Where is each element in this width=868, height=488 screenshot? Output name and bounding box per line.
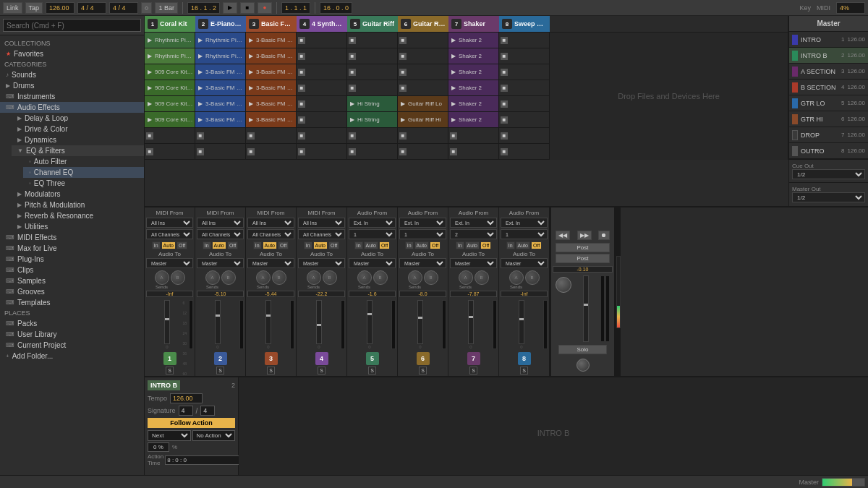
ch8-s-btn[interactable]: S bbox=[520, 367, 528, 374]
ch6-send-a[interactable]: A bbox=[408, 270, 422, 285]
ch2-send-a[interactable]: A bbox=[205, 270, 220, 285]
sidebar-item-channel-eq[interactable]: ◦ Channel EQ bbox=[23, 167, 144, 178]
clip-6-2[interactable]: ■ bbox=[398, 48, 448, 64]
clip-6-1[interactable]: ■ bbox=[398, 33, 448, 48]
stop-btn-2-8[interactable]: ■ bbox=[197, 148, 204, 155]
stop-btn-4-7[interactable]: ■ bbox=[298, 132, 305, 140]
clip-8-8[interactable]: ■ bbox=[499, 144, 549, 160]
ch4-monitor-auto[interactable]: Auto bbox=[313, 241, 328, 249]
tempo-input[interactable] bbox=[170, 393, 203, 403]
sidebar-item-auto-filter[interactable]: ◦ Auto Filter bbox=[23, 156, 144, 167]
ch2-audio-to[interactable]: Master bbox=[197, 258, 244, 268]
ch4-send-b[interactable]: B bbox=[323, 270, 337, 285]
clip-2-6[interactable]: ▶3-Basic FM Hou bbox=[195, 112, 245, 128]
sidebar-item-max[interactable]: ⌨ Max for Live bbox=[0, 243, 144, 254]
master-solo-btn[interactable]: Solo bbox=[558, 345, 606, 354]
clip-3-2[interactable]: ▶3-Basic FM Hou bbox=[246, 48, 296, 64]
stop-btn-8-4[interactable]: ■ bbox=[501, 85, 508, 92]
clip-1-1[interactable]: ▶Rhythmic Piano bbox=[145, 33, 195, 48]
track-header-7[interactable]: 7 Shaker bbox=[448, 16, 499, 32]
track-header-5[interactable]: 5 Guitar Riff bbox=[347, 16, 398, 32]
clip-5-7[interactable]: ■ bbox=[347, 128, 397, 144]
stop-btn-5-4[interactable]: ■ bbox=[349, 85, 356, 92]
clip-6-8[interactable]: ■ bbox=[398, 144, 448, 160]
stop-btn-4-1[interactable]: ■ bbox=[298, 37, 305, 44]
ch6-monitor-in[interactable]: In bbox=[405, 241, 414, 249]
clip-5-8[interactable]: ■ bbox=[347, 144, 397, 160]
ch7-monitor-auto[interactable]: Auto bbox=[465, 241, 480, 249]
ch4-audio-to[interactable]: Master bbox=[298, 258, 345, 268]
clip-2-7[interactable]: ■ bbox=[195, 128, 245, 144]
bpm-display[interactable]: 126.00 bbox=[46, 2, 75, 14]
clip-3-5[interactable]: ▶3-Basic FM Hou bbox=[246, 96, 296, 112]
clip-3-1[interactable]: ▶3-Basic FM Hou bbox=[246, 33, 296, 48]
clip-4-1[interactable]: ■ bbox=[297, 33, 346, 48]
stop-btn-4-4[interactable]: ■ bbox=[298, 85, 305, 92]
track-header-1[interactable]: 1 Coral Kit bbox=[145, 16, 195, 32]
clip-2-5[interactable]: ▶3-Basic FM Hou bbox=[195, 96, 245, 112]
ch6-audio-to[interactable]: Master bbox=[399, 258, 446, 268]
track-header-6[interactable]: 6 Guitar Riff Hi bbox=[398, 16, 448, 32]
ch5-s-btn[interactable]: S bbox=[368, 367, 376, 374]
stop-btn-8-6[interactable]: ■ bbox=[501, 116, 508, 124]
ch3-input[interactable]: All Ins bbox=[247, 218, 294, 228]
sidebar-item-clips[interactable]: ⌨ Clips bbox=[0, 265, 144, 275]
clip-2-3[interactable]: ▶3-Basic FM Hou bbox=[195, 64, 245, 80]
scene-outro[interactable]: OUTRO 8 126.00 bbox=[789, 143, 868, 159]
ch8-send-b[interactable]: B bbox=[525, 270, 540, 285]
clip-5-4[interactable]: ■ bbox=[347, 80, 397, 96]
stop-btn-8-3[interactable]: ■ bbox=[501, 69, 508, 76]
stop-btn-7-8[interactable]: ■ bbox=[450, 148, 457, 155]
stop-btn-4-6[interactable]: ■ bbox=[298, 116, 305, 124]
master-post-btn-1[interactable]: Post bbox=[556, 243, 610, 252]
stop-btn-6-8[interactable]: ■ bbox=[399, 148, 407, 155]
stop-btn-8-8[interactable]: ■ bbox=[501, 148, 508, 155]
ch8-monitor-off[interactable]: Off bbox=[531, 241, 542, 249]
clip-2-1[interactable]: ▶Rhythmic Piano bbox=[195, 33, 245, 48]
sidebar-item-samples[interactable]: ⌨ Samples bbox=[0, 275, 144, 286]
clip-6-3[interactable]: ■ bbox=[398, 64, 448, 80]
ch2-channel[interactable]: All Channels bbox=[197, 229, 244, 239]
ch1-monitor-in[interactable]: In bbox=[152, 241, 161, 249]
ch7-send-a[interactable]: A bbox=[459, 270, 473, 285]
sidebar-item-add-folder[interactable]: + Add Folder... bbox=[0, 351, 144, 361]
ch4-fader[interactable] bbox=[316, 300, 322, 344]
clip-8-1[interactable]: ■ bbox=[499, 33, 549, 48]
ch5-monitor-off[interactable]: Off bbox=[379, 241, 390, 249]
tap-button[interactable]: Tap bbox=[25, 2, 43, 14]
sidebar-item-favorites[interactable]: ★ Favorites bbox=[0, 48, 144, 59]
ch4-s-btn[interactable]: S bbox=[318, 367, 326, 374]
ch8-send-a[interactable]: A bbox=[509, 270, 524, 285]
ch7-input[interactable]: Ext. In bbox=[450, 218, 497, 228]
ch1-input[interactable]: All Ins bbox=[146, 218, 193, 228]
ch2-num-btn[interactable]: 2 bbox=[214, 352, 227, 365]
stop-btn-4-5[interactable]: ■ bbox=[298, 100, 305, 108]
ch6-input[interactable]: Ext. In bbox=[399, 218, 446, 228]
ch3-monitor-in[interactable]: In bbox=[253, 241, 262, 249]
ch5-channel[interactable]: 1 bbox=[349, 229, 396, 239]
stop-btn-6-3[interactable]: ■ bbox=[399, 69, 407, 76]
clip-7-8[interactable]: ■ bbox=[448, 144, 498, 160]
ch7-monitor-off[interactable]: Off bbox=[480, 241, 491, 249]
ch7-audio-to[interactable]: Master bbox=[450, 258, 497, 268]
ch8-monitor-auto[interactable]: Auto bbox=[516, 241, 530, 249]
ch4-monitor-in[interactable]: In bbox=[304, 241, 312, 249]
ch3-audio-to[interactable]: Master bbox=[247, 258, 294, 268]
ch2-send-b[interactable]: B bbox=[221, 270, 236, 285]
ch4-channel[interactable]: All Channels bbox=[298, 229, 345, 239]
clip-2-4[interactable]: ▶3-Basic FM Hou bbox=[195, 80, 245, 96]
ch5-send-a[interactable]: A bbox=[357, 270, 372, 285]
clip-1-5[interactable]: ▶909 Core Kit Di bbox=[145, 96, 195, 112]
clip-7-6[interactable]: ▶Shaker 2 bbox=[448, 112, 498, 128]
ch6-channel[interactable]: 1 bbox=[399, 229, 446, 239]
sidebar-item-packs[interactable]: ⌨ Packs bbox=[0, 318, 144, 329]
ch6-s-btn[interactable]: S bbox=[419, 367, 427, 374]
ch7-fader[interactable] bbox=[468, 300, 474, 344]
clip-3-6[interactable]: ▶3-Basic FM Hou bbox=[246, 112, 296, 128]
clip-1-7[interactable]: ■ bbox=[145, 128, 195, 144]
sidebar-item-eq-filters[interactable]: ▼ EQ & Filters bbox=[12, 145, 144, 156]
track-header-2[interactable]: 2 E-Piano Straigh bbox=[195, 16, 246, 32]
sidebar-item-delay-loop[interactable]: ▶ Delay & Loop bbox=[12, 113, 144, 124]
ch5-input[interactable]: Ext. In bbox=[349, 218, 396, 228]
clip-3-7[interactable]: ■ bbox=[246, 128, 296, 144]
